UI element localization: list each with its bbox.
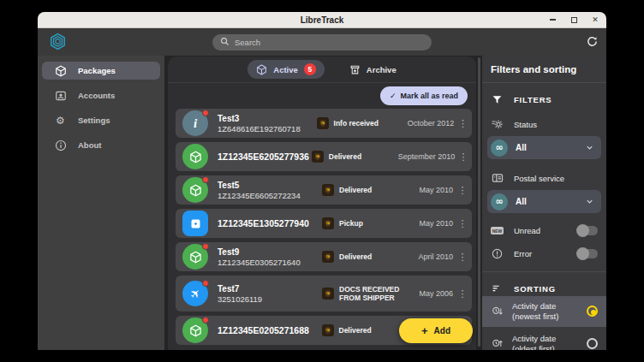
sort-option-activity-newest[interactable]: Activity date (newest first)	[482, 296, 606, 327]
radio-button	[587, 338, 598, 349]
sorting-section-header: SORTING	[491, 283, 598, 294]
row-menu-button[interactable]: ⋮	[453, 252, 472, 263]
sidebar-item-about[interactable]: About	[42, 136, 160, 154]
package-avatar	[182, 177, 208, 203]
minimize-button[interactable]	[548, 15, 557, 24]
unread-count-badge: 5	[304, 63, 316, 75]
list-actions-row: ✓ Mark all as read	[168, 83, 476, 105]
sidebar-item-accounts[interactable]: Accounts	[42, 86, 160, 104]
tab-label: Active	[273, 65, 298, 74]
status-filter-row: Status	[491, 118, 598, 130]
settings-gear-icon: ⚙	[54, 116, 67, 126]
ups-carrier-icon	[312, 151, 324, 163]
sidebar-item-settings[interactable]: ⚙ Settings	[42, 111, 160, 129]
toolbar	[38, 28, 606, 56]
titlebar: LibreTrack ✕	[38, 12, 606, 28]
package-list-item[interactable]: Test9 1Z12345E0305271640 Delivered April…	[176, 242, 472, 271]
status-text: Pickup	[339, 219, 363, 228]
sidebar-item-label: Accounts	[78, 91, 115, 100]
package-list: i Test3 1Z648616E192760718 Info received…	[168, 109, 476, 345]
info-icon: i	[194, 116, 197, 131]
row-menu-button[interactable]: ⋮	[453, 185, 472, 196]
filter-funnel-icon	[491, 94, 504, 105]
unread-dot	[202, 317, 209, 323]
sidebar-item-label: Packages	[78, 66, 116, 75]
tracking-number: 1Z12345E6605272234	[218, 191, 322, 200]
unread-dot	[202, 110, 209, 116]
sort-option-activity-oldest[interactable]: Activity date (oldest first)	[482, 329, 606, 350]
package-avatar	[182, 244, 208, 270]
package-list-item[interactable]: 1Z12345E6205277936 Delivered September 2…	[176, 142, 472, 171]
search-icon	[220, 37, 230, 46]
activity-date: May 2010	[418, 219, 453, 228]
status-text: Delivered	[339, 252, 372, 261]
divider	[482, 82, 606, 83]
row-menu-button[interactable]: ⋮	[453, 288, 472, 300]
mark-all-label: Mark all as read	[400, 92, 458, 100]
app-body: Packages Accounts ⚙ Settings About	[38, 56, 606, 350]
archive-icon	[349, 64, 361, 75]
package-icon	[189, 151, 202, 163]
package-title: Test9	[218, 247, 322, 257]
postal-service-filter-dropdown[interactable]: ∞ All	[487, 190, 601, 213]
refresh-button[interactable]	[586, 35, 599, 48]
add-package-button[interactable]: + Add	[399, 318, 473, 343]
tracking-number: 1Z648616E192760718	[218, 124, 317, 134]
error-toggle[interactable]	[577, 249, 598, 258]
package-avatar	[182, 317, 208, 343]
status-text: Info received	[334, 119, 379, 128]
package-title: 1Z12345E6205277936	[218, 151, 312, 162]
postal-service-filter-row: Postal service	[491, 172, 598, 184]
package-avatar	[182, 211, 208, 236]
filters-panel: Filters and sorting FILTERS Status ∞	[482, 56, 606, 350]
chevron-down-icon	[585, 143, 594, 152]
error-filter-row: Error	[491, 248, 598, 259]
activity-date: April 2010	[418, 252, 453, 261]
sidebar-item-label: About	[78, 140, 101, 150]
package-title: Test5	[218, 181, 322, 190]
sidebar-item-packages[interactable]: Packages	[42, 62, 160, 80]
scrollbar[interactable]	[478, 57, 480, 347]
status-filter-dropdown[interactable]: ∞ All	[487, 136, 601, 159]
activity-date: September 2010	[398, 152, 456, 161]
row-menu-button[interactable]: ⋮	[453, 218, 472, 229]
tab-active[interactable]: Active 5	[247, 60, 325, 79]
tab-label: Archive	[367, 65, 397, 74]
error-icon	[491, 248, 504, 259]
unread-dot	[202, 176, 209, 183]
ups-carrier-icon	[322, 184, 334, 196]
search-bar	[212, 33, 432, 50]
package-list-item[interactable]: i Test3 1Z648616E192760718 Info received…	[176, 109, 472, 138]
mark-all-as-read-button[interactable]: ✓ Mark all as read	[380, 86, 468, 105]
infinity-icon: ∞	[491, 139, 508, 157]
package-title: Test3	[218, 114, 317, 123]
window-title: LibreTrack	[301, 15, 344, 25]
unread-dot	[202, 280, 209, 287]
package-list-item[interactable]: Test5 1Z12345E6605272234 Delivered May 2…	[176, 175, 472, 205]
window-controls: ✕	[548, 12, 599, 27]
unread-toggle[interactable]	[577, 226, 598, 235]
package-list-item[interactable]: 1Z12345E1305277940 Pickup May 2010 ⋮	[176, 209, 472, 238]
refresh-icon	[586, 35, 599, 48]
minimize-icon	[550, 19, 556, 21]
row-menu-button[interactable]: ⋮	[454, 118, 472, 129]
package-avatar: ✈	[182, 281, 208, 306]
sidebar: Packages Accounts ⚙ Settings About	[38, 56, 164, 350]
sort-clock-descending-icon	[491, 306, 504, 317]
status-filter-cog-icon	[491, 118, 504, 130]
unread-dot	[202, 243, 209, 250]
row-menu-button[interactable]: ⋮	[455, 151, 472, 163]
package-avatar	[182, 144, 208, 169]
search-input[interactable]	[212, 34, 432, 50]
packages-panel: Active 5 Archive ✓ Mark all as read	[168, 56, 476, 350]
add-label: Add	[434, 326, 450, 335]
package-avatar: i	[182, 110, 208, 136]
sort-icon	[491, 283, 504, 294]
accounts-icon	[54, 90, 67, 102]
tab-archive[interactable]: Archive	[349, 64, 397, 75]
maximize-button[interactable]	[569, 15, 578, 24]
close-button[interactable]: ✕	[591, 15, 599, 24]
package-title: 1Z12345E0205271688	[218, 325, 322, 335]
package-list-item[interactable]: ✈ Test7 3251026119 DOCS RECEIVED FROM SH…	[176, 276, 472, 312]
libretrack-logo-icon	[49, 33, 67, 50]
